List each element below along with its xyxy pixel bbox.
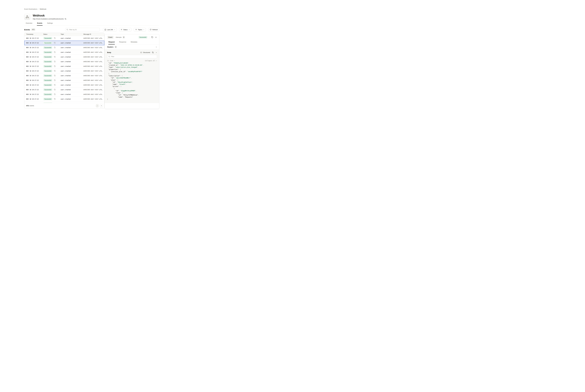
column-message-id: Message ID	[84, 34, 104, 35]
event-message-id: b4925365-b8cf-42b7-a76…	[84, 75, 104, 76]
status-badge: Successful	[43, 98, 52, 100]
time-range-button[interactable]: Last 24h	[103, 28, 117, 31]
next-page-button[interactable]	[100, 104, 103, 108]
refresh-icon	[150, 29, 152, 30]
json-item-count[interactable]: {1 item ↑	[107, 60, 115, 62]
table-row[interactable]: NOV 18 10:17:22 Successful user.created	[24, 36, 104, 40]
copy-body-button[interactable]	[152, 52, 154, 53]
close-icon	[155, 36, 157, 38]
breadcrumb-event-destinations[interactable]: Event Destinations	[24, 8, 38, 10]
table-row[interactable]: NOV 18 10:17:22 Successful user.created	[24, 50, 104, 55]
body-filter	[107, 55, 157, 58]
table-row[interactable]: NOV 18 10:17:22 Successful user.created	[24, 73, 104, 78]
table-row[interactable]: NOV 18 10:17:22 Successful user.created	[24, 59, 104, 64]
retry-icon	[54, 94, 56, 95]
retry-event-button[interactable]	[54, 75, 56, 76]
footer-event-label: events	[30, 105, 34, 106]
topics-filter-button[interactable]: Topics	[134, 28, 146, 31]
collapse-body-button[interactable]	[156, 52, 157, 53]
tab-metadata[interactable]: Metadata	[130, 41, 137, 44]
event-timestamp: NOV 18 10:17:22	[26, 42, 43, 44]
table-row[interactable]: NOV 18 10:17:22 Successful user.created	[24, 45, 104, 50]
table-row[interactable]: NOV 18 10:17:22 Successful user.created	[24, 92, 104, 97]
table-row[interactable]: NOV 18 10:17:22 Successful user.created	[24, 88, 104, 92]
retry-event-button[interactable]	[54, 47, 56, 48]
retry-icon	[54, 84, 56, 86]
table-row[interactable]: NOV 18 10:17:22 Successful user.created	[24, 97, 104, 102]
copy-url-button[interactable]	[65, 18, 66, 20]
status-badge: Successful	[43, 93, 52, 96]
filter-icon	[135, 29, 137, 30]
retry-event-button[interactable]	[151, 36, 154, 39]
search-input[interactable]	[69, 29, 98, 30]
collapse-all-button[interactable]: Collapse all ↑	[145, 60, 157, 62]
event-status-cell: Successful	[43, 88, 60, 91]
retry-event-button[interactable]	[54, 56, 56, 58]
event-timestamp: NOV 18 10:17:22	[26, 94, 43, 95]
table-row[interactable]: NOV 18 10:17:22 Successful user.created	[24, 83, 104, 88]
tab-request[interactable]: Request	[108, 41, 115, 44]
retry-event-button[interactable]	[54, 51, 56, 53]
chevron-down-icon	[128, 29, 130, 30]
refresh-label: Refresh	[152, 29, 158, 30]
table-row[interactable]: NOV 18 10:17:22 Successful user.created	[24, 78, 104, 83]
retry-event-button[interactable]	[54, 61, 56, 62]
event-timestamp: NOV 18 10:17:22	[26, 80, 43, 81]
tab-overview[interactable]: Overview	[26, 22, 32, 26]
retry-event-button[interactable]	[54, 89, 56, 90]
retry-icon	[54, 66, 56, 67]
page: Event Destinations / Webhook Webhook htt…	[24, 0, 159, 110]
table-row[interactable]: NOV 18 10:17:22 Successful user.created	[24, 55, 104, 59]
event-timestamp: NOV 18 10:17:22	[26, 70, 43, 72]
structured-view-toggle[interactable]: {} Structured	[140, 52, 150, 53]
events-toolbar: Events 472	[24, 28, 159, 31]
status-filter-button[interactable]: Status	[119, 28, 132, 31]
event-timestamp: NOV 18 10:17:22	[26, 89, 43, 90]
event-topic: user.created	[60, 66, 84, 67]
detail-tabs: Request Response Metadata	[104, 40, 159, 44]
retry-icon	[54, 47, 56, 48]
event-topic: user.created	[60, 89, 84, 90]
retry-icon	[54, 51, 56, 53]
title-row: Webhook http://mock.hookdeck.com/webhook…	[24, 14, 159, 20]
retry-event-button[interactable]	[54, 98, 56, 100]
table-row[interactable]: NOV 18 10:17:22 Successful user.created	[24, 102, 104, 103]
events-count-badge: 472	[31, 28, 36, 31]
headers-section-toggle[interactable]: Headers 3	[104, 44, 159, 50]
retry-event-button[interactable]	[54, 66, 56, 67]
table-row[interactable]: NOV 18 10:17:22 Successful user.created	[24, 64, 104, 69]
status-badge: Successful	[43, 56, 52, 58]
tab-settings[interactable]: Settings	[47, 22, 53, 26]
attempts-count-badge: 3	[122, 36, 125, 38]
retry-event-button[interactable]	[54, 80, 56, 81]
status-badge: Successful	[43, 70, 52, 72]
json-tree-header: {1 item ↑ Collapse all ↑	[107, 60, 157, 62]
retry-event-button[interactable]	[54, 94, 56, 95]
content: Timestamp Status Topic Message ID NOV 18…	[24, 33, 159, 110]
retry-icon	[54, 37, 56, 39]
status-badge: Successful	[43, 51, 52, 54]
event-toggle[interactable]: Event	[107, 36, 114, 39]
table-row[interactable]: NOV 18 10:17:22 Successful user.created	[24, 40, 104, 45]
event-status-cell: Successful	[43, 84, 60, 86]
tab-events[interactable]: Events	[37, 22, 42, 26]
retry-event-button[interactable]	[54, 84, 56, 86]
retry-event-button[interactable]	[54, 70, 56, 72]
previous-page-button[interactable]	[96, 104, 99, 108]
webhook-icon	[26, 15, 29, 18]
breadcrumb-webhook[interactable]: Webhook	[40, 8, 46, 10]
body-filter-input[interactable]	[111, 56, 156, 58]
event-topic: user.created	[60, 42, 84, 44]
event-topic: user.created	[60, 80, 84, 81]
refresh-button[interactable]: Refresh	[148, 28, 159, 31]
retry-event-button[interactable]	[54, 42, 56, 44]
tab-response[interactable]: Response	[119, 41, 126, 44]
topics-filter-label: Topics	[138, 29, 142, 30]
table-row[interactable]: NOV 18 10:17:22 Successful user.created	[24, 69, 104, 73]
attempts-toggle[interactable]: Attempts 3	[116, 36, 125, 38]
event-message-id: b4925365-b8cf-42b7-a76…	[84, 70, 104, 72]
close-panel-button[interactable]	[155, 36, 157, 38]
divider	[149, 36, 149, 39]
retry-event-button[interactable]	[54, 37, 56, 39]
retry-icon	[54, 56, 56, 58]
